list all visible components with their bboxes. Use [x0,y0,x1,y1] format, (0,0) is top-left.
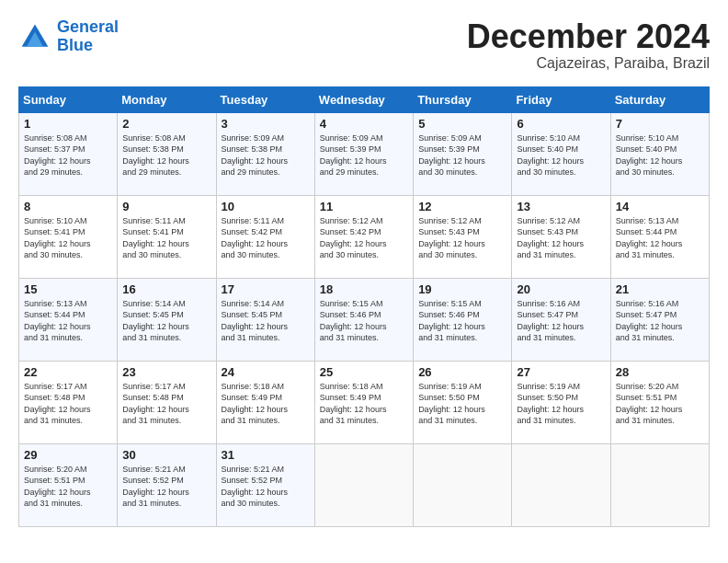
day-number: 19 [418,282,506,296]
day-cell-12: 12Sunrise: 5:12 AM Sunset: 5:43 PM Dayli… [414,195,512,278]
title-block: December 2024 Cajazeiras, Paraiba, Brazi… [467,18,710,72]
day-number: 10 [222,200,310,213]
header-row: SundayMondayTuesdayWednesdayThursdayFrid… [19,86,710,112]
day-number: 4 [320,117,408,131]
logo-blue: Blue [57,36,93,54]
day-cell-23: 23Sunrise: 5:17 AM Sunset: 5:48 PM Dayli… [118,361,216,443]
day-cell-13: 13Sunrise: 5:12 AM Sunset: 5:43 PM Dayli… [512,195,610,278]
day-info: Sunrise: 5:19 AM Sunset: 5:50 PM Dayligh… [517,381,605,427]
day-number: 17 [222,282,310,296]
day-cell-22: 22Sunrise: 5:17 AM Sunset: 5:48 PM Dayli… [19,361,118,443]
day-info: Sunrise: 5:12 AM Sunset: 5:43 PM Dayligh… [517,215,605,261]
day-info: Sunrise: 5:14 AM Sunset: 5:45 PM Dayligh… [222,298,310,344]
day-number: 7 [616,117,704,131]
day-number: 24 [222,365,310,379]
day-number: 13 [517,200,605,213]
day-info: Sunrise: 5:21 AM Sunset: 5:52 PM Dayligh… [222,464,310,510]
day-number: 12 [418,200,506,213]
day-cell-4: 4Sunrise: 5:09 AM Sunset: 5:39 PM Daylig… [314,112,413,195]
day-number: 27 [517,365,605,379]
day-number: 26 [418,365,506,379]
day-number: 22 [24,365,112,379]
day-header-friday: Friday [512,86,610,112]
day-number: 23 [122,365,210,379]
day-info: Sunrise: 5:17 AM Sunset: 5:48 PM Dayligh… [122,381,210,427]
week-row-4: 22Sunrise: 5:17 AM Sunset: 5:48 PM Dayli… [19,361,710,443]
day-number: 9 [122,200,210,213]
day-cell-7: 7Sunrise: 5:10 AM Sunset: 5:40 PM Daylig… [610,112,709,195]
day-info: Sunrise: 5:12 AM Sunset: 5:42 PM Dayligh… [320,215,408,261]
day-cell-21: 21Sunrise: 5:16 AM Sunset: 5:47 PM Dayli… [610,278,709,361]
day-number: 25 [320,365,408,379]
day-info: Sunrise: 5:16 AM Sunset: 5:47 PM Dayligh… [616,298,704,344]
day-number: 5 [418,117,506,131]
empty-cell [610,443,709,526]
day-header-sunday: Sunday [19,86,118,112]
day-info: Sunrise: 5:13 AM Sunset: 5:44 PM Dayligh… [24,298,112,344]
day-number: 30 [122,448,210,462]
day-cell-18: 18Sunrise: 5:15 AM Sunset: 5:46 PM Dayli… [314,278,413,361]
day-header-wednesday: Wednesday [314,86,413,112]
day-cell-27: 27Sunrise: 5:19 AM Sunset: 5:50 PM Dayli… [512,361,610,443]
day-info: Sunrise: 5:12 AM Sunset: 5:43 PM Dayligh… [418,215,506,261]
day-header-saturday: Saturday [610,86,709,112]
day-number: 28 [616,365,704,379]
day-info: Sunrise: 5:10 AM Sunset: 5:40 PM Dayligh… [517,132,605,178]
day-info: Sunrise: 5:11 AM Sunset: 5:42 PM Dayligh… [222,215,310,261]
day-number: 16 [122,282,210,296]
day-info: Sunrise: 5:15 AM Sunset: 5:46 PM Dayligh… [320,298,408,344]
week-row-5: 29Sunrise: 5:20 AM Sunset: 5:51 PM Dayli… [19,443,710,526]
location: Cajazeiras, Paraiba, Brazil [467,55,710,72]
day-cell-29: 29Sunrise: 5:20 AM Sunset: 5:51 PM Dayli… [19,443,118,526]
day-info: Sunrise: 5:21 AM Sunset: 5:52 PM Dayligh… [122,464,210,510]
day-number: 18 [320,282,408,296]
day-number: 29 [24,448,112,462]
day-cell-19: 19Sunrise: 5:15 AM Sunset: 5:46 PM Dayli… [414,278,512,361]
day-info: Sunrise: 5:08 AM Sunset: 5:37 PM Dayligh… [24,132,112,178]
day-number: 11 [320,200,408,213]
logo-general: General [57,17,119,36]
day-cell-28: 28Sunrise: 5:20 AM Sunset: 5:51 PM Dayli… [610,361,709,443]
day-info: Sunrise: 5:09 AM Sunset: 5:39 PM Dayligh… [320,132,408,178]
day-number: 3 [222,117,310,131]
day-cell-5: 5Sunrise: 5:09 AM Sunset: 5:39 PM Daylig… [414,112,512,195]
day-cell-31: 31Sunrise: 5:21 AM Sunset: 5:52 PM Dayli… [216,443,314,526]
day-number: 8 [24,200,112,213]
day-cell-9: 9Sunrise: 5:11 AM Sunset: 5:41 PM Daylig… [118,195,216,278]
day-info: Sunrise: 5:20 AM Sunset: 5:51 PM Dayligh… [616,381,704,427]
day-info: Sunrise: 5:17 AM Sunset: 5:48 PM Dayligh… [24,381,112,427]
day-info: Sunrise: 5:20 AM Sunset: 5:51 PM Dayligh… [24,464,112,510]
day-number: 2 [122,117,210,131]
day-cell-10: 10Sunrise: 5:11 AM Sunset: 5:42 PM Dayli… [216,195,314,278]
empty-cell [414,443,512,526]
day-number: 20 [517,282,605,296]
day-cell-6: 6Sunrise: 5:10 AM Sunset: 5:40 PM Daylig… [512,112,610,195]
day-info: Sunrise: 5:09 AM Sunset: 5:39 PM Dayligh… [418,132,506,178]
logo-icon [18,20,51,53]
empty-cell [512,443,610,526]
day-cell-1: 1Sunrise: 5:08 AM Sunset: 5:37 PM Daylig… [19,112,118,195]
day-cell-20: 20Sunrise: 5:16 AM Sunset: 5:47 PM Dayli… [512,278,610,361]
day-cell-3: 3Sunrise: 5:09 AM Sunset: 5:38 PM Daylig… [216,112,314,195]
day-cell-16: 16Sunrise: 5:14 AM Sunset: 5:45 PM Dayli… [118,278,216,361]
day-number: 1 [24,117,112,131]
day-info: Sunrise: 5:18 AM Sunset: 5:49 PM Dayligh… [320,381,408,427]
day-header-thursday: Thursday [414,86,512,112]
day-number: 21 [616,282,704,296]
day-number: 15 [24,282,112,296]
day-number: 31 [222,448,310,462]
week-row-3: 15Sunrise: 5:13 AM Sunset: 5:44 PM Dayli… [19,278,710,361]
calendar-table: SundayMondayTuesdayWednesdayThursdayFrid… [18,86,710,527]
day-cell-14: 14Sunrise: 5:13 AM Sunset: 5:44 PM Dayli… [610,195,709,278]
day-info: Sunrise: 5:11 AM Sunset: 5:41 PM Dayligh… [122,215,210,261]
day-info: Sunrise: 5:08 AM Sunset: 5:38 PM Dayligh… [122,132,210,178]
day-number: 14 [616,200,704,213]
day-info: Sunrise: 5:10 AM Sunset: 5:40 PM Dayligh… [616,132,704,178]
day-info: Sunrise: 5:10 AM Sunset: 5:41 PM Dayligh… [24,215,112,261]
day-cell-24: 24Sunrise: 5:18 AM Sunset: 5:49 PM Dayli… [216,361,314,443]
day-cell-15: 15Sunrise: 5:13 AM Sunset: 5:44 PM Dayli… [19,278,118,361]
day-info: Sunrise: 5:15 AM Sunset: 5:46 PM Dayligh… [418,298,506,344]
day-cell-30: 30Sunrise: 5:21 AM Sunset: 5:52 PM Dayli… [118,443,216,526]
day-cell-26: 26Sunrise: 5:19 AM Sunset: 5:50 PM Dayli… [414,361,512,443]
logo-text: General Blue [57,18,119,55]
